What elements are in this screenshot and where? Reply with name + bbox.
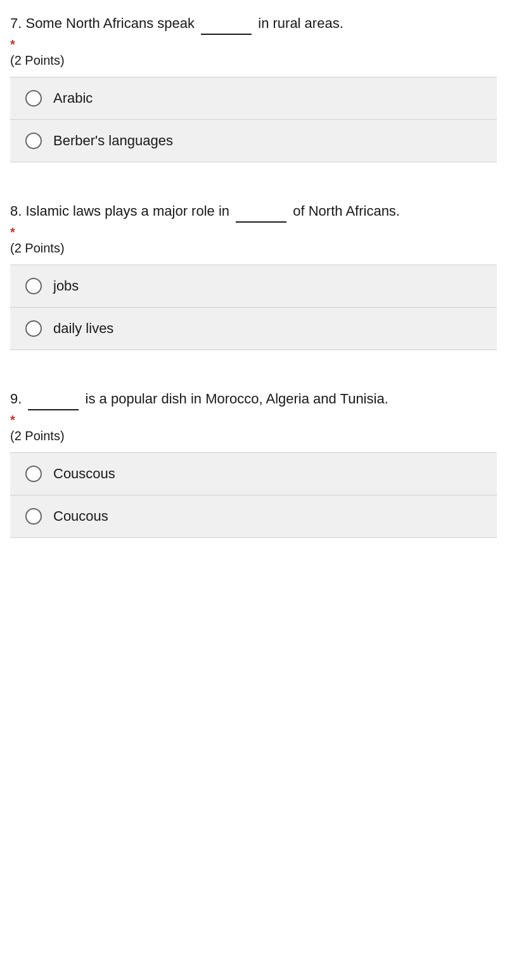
question-9-option-couscous[interactable]: Couscous xyxy=(10,453,497,495)
spacer-2 xyxy=(10,369,497,388)
radio-q7-berber[interactable] xyxy=(25,133,42,149)
option-label-q8-jobs: jobs xyxy=(53,278,79,294)
question-8-option-jobs[interactable]: jobs xyxy=(10,265,497,308)
option-label-q9-couscous: Couscous xyxy=(53,466,115,482)
spacer-1 xyxy=(10,181,497,200)
question-7-options: Arabic Berber's languages xyxy=(10,77,497,162)
question-9-required: * xyxy=(10,413,497,428)
radio-q7-arabic[interactable] xyxy=(25,90,42,107)
question-8-option-daily-lives[interactable]: daily lives xyxy=(10,308,497,350)
question-7-required: * xyxy=(10,37,497,52)
question-8-options: jobs daily lives xyxy=(10,265,497,350)
question-9-text: 9. is a popular dish in Morocco, Algeria… xyxy=(10,388,497,410)
blank-q8 xyxy=(236,200,286,223)
option-label-q7-arabic: Arabic xyxy=(53,90,93,107)
option-label-q8-daily-lives: daily lives xyxy=(53,320,113,337)
question-8-points: (2 Points) xyxy=(10,241,497,256)
radio-q9-coucous[interactable] xyxy=(25,508,42,525)
question-8-text: 8. Islamic laws plays a major role in of… xyxy=(10,200,497,223)
question-9-option-coucous[interactable]: Coucous xyxy=(10,495,497,538)
option-label-q7-berber: Berber's languages xyxy=(53,133,173,149)
blank-q9 xyxy=(28,388,79,410)
question-7-block: 7. Some North Africans speak in rural ar… xyxy=(10,13,497,162)
radio-q8-daily-lives[interactable] xyxy=(25,320,42,337)
question-9-points: (2 Points) xyxy=(10,429,497,443)
radio-q9-couscous[interactable] xyxy=(25,466,42,482)
question-7-option-berber[interactable]: Berber's languages xyxy=(10,120,497,162)
option-label-q9-coucous: Coucous xyxy=(53,508,108,525)
question-7-text: 7. Some North Africans speak in rural ar… xyxy=(10,13,497,35)
blank-q7 xyxy=(201,13,252,35)
question-7-points: (2 Points) xyxy=(10,53,497,68)
question-8-required: * xyxy=(10,225,497,240)
question-8-block: 8. Islamic laws plays a major role in of… xyxy=(10,200,497,350)
radio-q8-jobs[interactable] xyxy=(25,278,42,294)
question-9-block: 9. is a popular dish in Morocco, Algeria… xyxy=(10,388,497,538)
question-7-option-arabic[interactable]: Arabic xyxy=(10,77,497,120)
question-9-options: Couscous Coucous xyxy=(10,452,497,538)
page-container: 7. Some North Africans speak in rural ar… xyxy=(0,0,507,570)
